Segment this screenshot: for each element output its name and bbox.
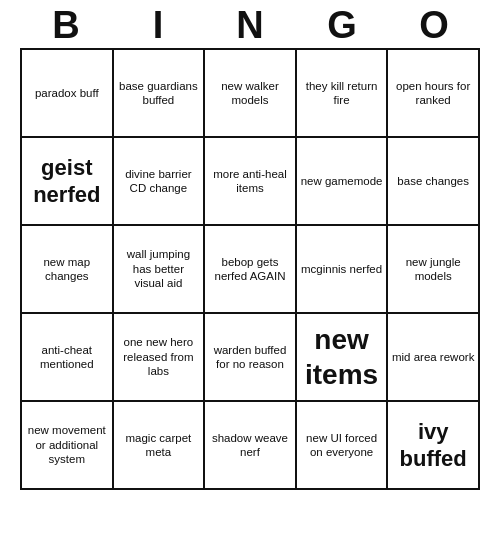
bingo-cell-1-2: more anti-heal items	[203, 138, 295, 224]
bingo-cell-2-3: mcginnis nerfed	[295, 226, 387, 312]
bingo-title: BINGO	[20, 0, 480, 48]
bingo-cell-0-3: they kill return fire	[295, 50, 387, 136]
bingo-cell-4-0: new movement or additional system	[22, 402, 112, 488]
title-letter-o: O	[388, 6, 480, 44]
title-letter-b: B	[20, 6, 112, 44]
bingo-cell-0-0: paradox buff	[22, 50, 112, 136]
bingo-cell-4-4: ivy buffed	[386, 402, 478, 488]
bingo-cell-4-3: new UI forced on everyone	[295, 402, 387, 488]
bingo-row-2: new map changeswall jumping has better v…	[22, 224, 478, 312]
bingo-cell-2-0: new map changes	[22, 226, 112, 312]
bingo-cell-1-1: divine barrier CD change	[112, 138, 204, 224]
bingo-cell-3-1: one new hero released from labs	[112, 314, 204, 400]
bingo-cell-3-0: anti-cheat mentioned	[22, 314, 112, 400]
bingo-cell-2-2: bebop gets nerfed AGAIN	[203, 226, 295, 312]
bingo-row-3: anti-cheat mentionedone new hero release…	[22, 312, 478, 400]
bingo-grid: paradox buffbase guardians buffednew wal…	[20, 48, 480, 490]
bingo-cell-0-4: open hours for ranked	[386, 50, 478, 136]
title-letter-n: N	[204, 6, 296, 44]
bingo-cell-1-0: geist nerfed	[22, 138, 112, 224]
title-letter-g: G	[296, 6, 388, 44]
bingo-cell-1-3: new gamemode	[295, 138, 387, 224]
bingo-cell-3-3: new items	[295, 314, 387, 400]
bingo-cell-2-1: wall jumping has better visual aid	[112, 226, 204, 312]
bingo-cell-4-2: shadow weave nerf	[203, 402, 295, 488]
bingo-cell-0-2: new walker models	[203, 50, 295, 136]
bingo-cell-2-4: new jungle models	[386, 226, 478, 312]
bingo-row-1: geist nerfeddivine barrier CD changemore…	[22, 136, 478, 224]
bingo-cell-3-4: mid area rework	[386, 314, 478, 400]
title-letter-i: I	[112, 6, 204, 44]
bingo-cell-0-1: base guardians buffed	[112, 50, 204, 136]
bingo-cell-4-1: magic carpet meta	[112, 402, 204, 488]
bingo-row-4: new movement or additional systemmagic c…	[22, 400, 478, 488]
bingo-row-0: paradox buffbase guardians buffednew wal…	[22, 50, 478, 136]
bingo-cell-3-2: warden buffed for no reason	[203, 314, 295, 400]
bingo-cell-1-4: base changes	[386, 138, 478, 224]
